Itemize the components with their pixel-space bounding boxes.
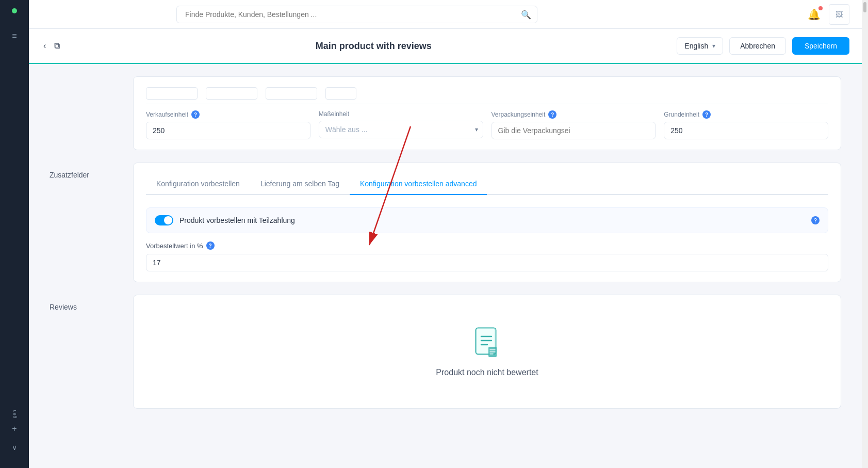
units-section-label — [50, 76, 117, 150]
sidebar-item-nav[interactable]: ≡ — [4, 26, 25, 46]
masseinheit-select-wrapper: Wähle aus ... ▾ — [319, 121, 483, 138]
sidebar-nav: ≡ gen — [0, 26, 29, 418]
vorbestellwert-label: Vorbestellwert in % ? — [146, 241, 828, 250]
reviews-card: Produkt noch nicht bewertet — [133, 295, 841, 409]
topbar: 🔍 🔔 🖼 — [29, 0, 862, 29]
sidebar-item-label: gen — [12, 410, 17, 418]
verpackungseinheit-field: Verpackungseinheit ? — [492, 110, 656, 139]
menu-icon: ≡ — [12, 31, 17, 41]
tab-lieferung[interactable]: Lieferung am selben Tag — [250, 173, 350, 195]
sidebar-add-button[interactable]: + — [4, 418, 25, 439]
verkaufseinheit-field: Verkaufseinheit ? — [146, 110, 310, 139]
grundeinheit-input[interactable] — [664, 122, 828, 139]
toggle-info-icon[interactable]: ? — [811, 216, 820, 224]
search-container: 🔍 — [176, 6, 537, 23]
save-button[interactable]: Speichern — [792, 37, 849, 55]
tab-konfiguration[interactable]: Konfiguration vorbestellen — [146, 173, 250, 195]
reviews-empty-state: Produkt noch nicht bewertet — [146, 305, 828, 398]
teilzahlung-toggle[interactable] — [155, 215, 173, 225]
zusatzfelder-card: Konfiguration vorbestellen Lieferung am … — [133, 163, 841, 282]
partial-tabs-row — [146, 87, 828, 104]
verkaufseinheit-info-icon[interactable]: ? — [191, 110, 200, 119]
topbar-right: 🔔 🖼 — [808, 4, 849, 25]
vorbestellwert-input[interactable] — [146, 254, 828, 271]
toggle-label: Produkt vorbestellen mit Teilzahlung — [179, 216, 805, 224]
verpackungseinheit-label: Verpackungseinheit ? — [492, 110, 656, 119]
image-icon: 🖼 — [836, 10, 843, 19]
zusatzfelder-tabs: Konfiguration vorbestellen Lieferung am … — [146, 173, 828, 195]
search-icon[interactable]: 🔍 — [521, 9, 531, 19]
verkaufseinheit-label: Verkaufseinheit ? — [146, 110, 310, 119]
page-header: ‹ ⧉ Main product with reviews English ▾ … — [29, 29, 862, 64]
chevron-down-icon: ∨ — [12, 443, 17, 451]
toggle-thumb — [164, 216, 172, 224]
sidebar: ≡ gen + ∨ — [0, 0, 29, 468]
sidebar-collapse-button[interactable]: ∨ — [12, 443, 17, 451]
image-placeholder[interactable]: 🖼 — [829, 4, 849, 25]
verkaufseinheit-input[interactable] — [146, 122, 310, 139]
vorbestellwert-info-icon[interactable]: ? — [206, 241, 215, 250]
notification-bell[interactable]: 🔔 — [808, 8, 821, 21]
verpackungseinheit-info-icon[interactable]: ? — [548, 110, 556, 119]
units-card: Verkaufseinheit ? Maßeinheit — [133, 76, 841, 150]
main-area: 🔍 🔔 🖼 ‹ ⧉ Main product with reviews — [29, 0, 862, 468]
verpackungseinheit-input[interactable] — [492, 122, 656, 139]
masseinheit-select[interactable]: Wähle aus ... — [319, 121, 483, 138]
sidebar-bottom: + ∨ — [4, 418, 25, 460]
status-dot — [12, 8, 17, 13]
tab-advanced[interactable]: Konfiguration vorbestellen advanced — [350, 173, 487, 195]
notification-badge — [818, 6, 823, 10]
document-icon — [472, 326, 503, 360]
units-section: Verkaufseinheit ? Maßeinheit — [50, 76, 841, 150]
language-selector[interactable]: English ▾ — [677, 37, 723, 55]
vorbestellwert-group: Vorbestellwert in % ? — [146, 241, 828, 271]
reviews-label: Reviews — [50, 295, 117, 409]
language-label: English — [684, 42, 708, 50]
grundeinheit-info-icon[interactable]: ? — [702, 110, 711, 119]
reviews-section: Reviews — [50, 295, 841, 409]
header-actions: English ▾ Abbrechen Speichern — [677, 37, 849, 55]
zusatzfelder-label: Zusatzfelder — [50, 163, 117, 282]
search-input[interactable] — [176, 6, 537, 23]
back-button[interactable]: ‹ — [41, 39, 48, 53]
plus-icon: + — [12, 424, 17, 433]
masseinheit-field: Maßeinheit Wähle aus ... ▾ — [319, 110, 483, 139]
bell-icon: 🔔 — [808, 9, 821, 20]
copy-button[interactable]: ⧉ — [52, 39, 62, 53]
toggle-row: Produkt vorbestellen mit Teilzahlung ? — [146, 207, 828, 233]
grundeinheit-label: Grundeinheit ? — [664, 110, 828, 119]
reviews-empty-text: Produkt noch nicht bewertet — [436, 368, 538, 377]
units-fields-row: Verkaufseinheit ? Maßeinheit — [146, 110, 828, 139]
scrollbar[interactable] — [862, 0, 868, 468]
cancel-button[interactable]: Abbrechen — [729, 37, 786, 55]
masseinheit-label: Maßeinheit — [319, 110, 483, 118]
page-title: Main product with reviews — [70, 41, 677, 52]
header-back-buttons: ‹ ⧉ — [41, 39, 62, 53]
content-area: Verkaufseinheit ? Maßeinheit — [29, 64, 862, 468]
language-chevron-icon: ▾ — [712, 42, 715, 50]
grundeinheit-field: Grundeinheit ? — [664, 110, 828, 139]
zusatzfelder-section: Zusatzfelder Konfiguration vorbestellen … — [50, 163, 841, 282]
